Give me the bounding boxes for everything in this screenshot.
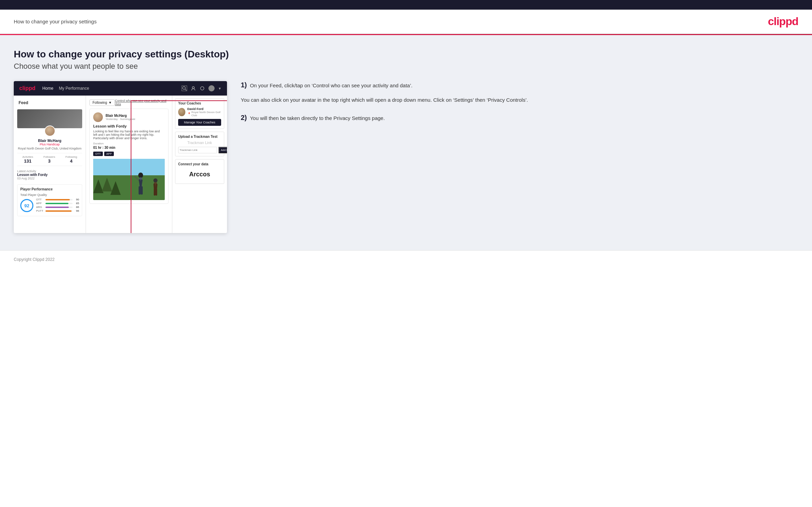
footer: Copyright Clippd 2022: [0, 250, 812, 268]
coaches-title: Your Coaches: [178, 101, 221, 105]
stat-followers-value: 3: [43, 158, 55, 164]
coach-club-name: Royal North Devon Golf Club: [192, 111, 221, 117]
logo: clippd: [768, 15, 798, 28]
app-nav: clippd Home My Performance: [14, 81, 227, 96]
bar-putt: PUTT 96: [36, 209, 79, 212]
header: How to change your privacy settings clip…: [0, 10, 812, 34]
instruction-2: 2) You will then be taken directly to th…: [241, 114, 798, 122]
arccos-logo: Arccos: [178, 168, 221, 181]
golfer1-silhouette: [134, 173, 148, 197]
profile-stats: Activities 131 Followers 3 Following 4: [17, 153, 82, 166]
footer-text: Copyright Clippd 2022: [14, 257, 55, 262]
search-icon[interactable]: [182, 86, 187, 91]
avatar: [44, 125, 55, 136]
app-nav-performance[interactable]: My Performance: [59, 86, 89, 91]
stat-followers: Followers 3: [43, 155, 55, 164]
instruction-1: 1) On your Feed, click/tap on ‘Control w…: [241, 81, 798, 104]
quality-bars: OTT 90 APP 85: [36, 198, 79, 213]
avatar-chevron-icon[interactable]: ▼: [218, 87, 221, 90]
quality-label: Total Player Quality: [20, 193, 79, 197]
quality-score: 92: [20, 199, 33, 212]
post-card: Blair McHarg Yesterday · Sunningdale Les…: [89, 109, 169, 204]
following-label: Following: [93, 101, 107, 104]
stat-followers-label: Followers: [43, 155, 55, 158]
latest-activity-date: 03 Aug 2022: [17, 177, 82, 180]
svg-point-11: [153, 178, 158, 183]
app-main-feed: Following ▼ Control who can see your act…: [86, 96, 172, 233]
post-header: Blair McHarg Yesterday · Sunningdale: [93, 112, 165, 122]
stat-following: Following 4: [65, 155, 77, 164]
profile-name: Blair McHarg: [17, 139, 82, 143]
svg-marker-19: [110, 181, 121, 195]
post-image: [93, 159, 165, 200]
golfer2-silhouette: [150, 178, 161, 197]
instruction-1-para1: 1) On your Feed, click/tap on ‘Control w…: [241, 81, 798, 90]
post-body: Looking to feel like my hands are exitin…: [93, 130, 165, 140]
app-logo: clippd: [19, 85, 35, 91]
following-chevron-icon: ▼: [108, 101, 112, 104]
following-bar: Following ▼ Control who can see your act…: [89, 99, 169, 106]
app-mockup-wrapper: clippd Home My Performance: [14, 81, 227, 233]
connect-data-panel: Connect your data Arccos: [175, 159, 224, 184]
app-nav-icons: ▼: [182, 85, 221, 91]
coach-name: David Ford: [187, 107, 221, 111]
stat-activities-value: 131: [22, 158, 33, 164]
trackman-title: Upload a Trackman Test: [178, 135, 221, 139]
svg-line-10: [134, 176, 139, 180]
coach-avatar: [178, 108, 185, 116]
golf-scene: [93, 159, 165, 200]
bar-app: APP 85: [36, 202, 79, 205]
instruction-1-text1: On your Feed, click/tap on ‘Control who …: [250, 82, 413, 88]
svg-rect-16: [155, 189, 157, 196]
instruction-1-text2: You can also click on your avatar in the…: [241, 97, 528, 103]
add-link-button[interactable]: Add Link: [218, 147, 227, 153]
page-subtitle: Choose what you want people to see: [14, 62, 798, 71]
trackman-input-row: Add Link: [178, 147, 221, 153]
svg-point-4: [138, 173, 143, 178]
instructions: 1) On your Feed, click/tap on ‘Control w…: [237, 81, 798, 132]
connect-title: Connect your data: [178, 162, 221, 166]
svg-point-2: [192, 87, 194, 89]
post-tags: OTT APP: [93, 152, 165, 156]
app-nav-home[interactable]: Home: [42, 86, 53, 91]
stat-following-value: 4: [65, 158, 77, 164]
breadcrumb: How to change your privacy settings: [14, 19, 97, 24]
main-content: How to change your privacy settings (Des…: [0, 35, 812, 250]
app-mockup: clippd Home My Performance: [14, 81, 227, 233]
instruction-2-number: 2): [241, 114, 247, 121]
instruction-2-para: 2) You will then be taken directly to th…: [241, 114, 798, 122]
tag-app: APP: [104, 152, 114, 156]
stat-activities: Activities 131: [22, 155, 33, 164]
trackman-input[interactable]: [178, 147, 217, 153]
manage-coaches-button[interactable]: Manage Your Coaches: [178, 119, 221, 126]
control-link[interactable]: Control who can see your activity and da…: [115, 99, 169, 106]
app-right-panel: Your Coaches David Ford 📍 Royal North De…: [172, 96, 227, 233]
avatar-icon[interactable]: [208, 85, 215, 91]
tag-ott: OTT: [93, 152, 103, 156]
following-button[interactable]: Following ▼: [89, 99, 115, 106]
player-perf-title: Player Performance: [20, 187, 79, 191]
instruction-2-text: You will then be taken directly to the P…: [250, 115, 385, 121]
annotation-line-h: [131, 100, 227, 101]
quality-row: 92 OTT 90 APP: [20, 198, 79, 213]
latest-activity: Latest Activity Lesson with Fordy 03 Aug…: [17, 168, 82, 181]
instruction-1-number: 1): [241, 81, 247, 89]
bar-ott: OTT 90: [36, 198, 79, 201]
profile-avatar-wrap: [17, 122, 82, 136]
coach-row: David Ford 📍 Royal North Devon Golf Club: [178, 107, 221, 117]
globe-icon[interactable]: [199, 86, 205, 91]
stat-activities-label: Activities: [22, 155, 33, 158]
page-title: How to change your privacy settings (Des…: [14, 49, 798, 60]
coach-club: 📍 Royal North Devon Golf Club: [187, 111, 221, 117]
top-bar: [0, 0, 812, 10]
coaches-panel: Your Coaches David Ford 📍 Royal North De…: [175, 98, 224, 129]
latest-activity-name: Lesson with Fordy: [17, 173, 82, 177]
user-icon[interactable]: [191, 86, 196, 91]
post-title: Lesson with Fordy: [93, 124, 165, 128]
latest-activity-label: Latest Activity: [17, 169, 82, 173]
location-icon: 📍: [187, 112, 191, 115]
duration-label: Duration: [93, 142, 165, 145]
svg-rect-9: [141, 186, 143, 195]
svg-point-0: [183, 87, 185, 89]
trackman-placeholder-label: Trackman Link: [178, 141, 221, 145]
